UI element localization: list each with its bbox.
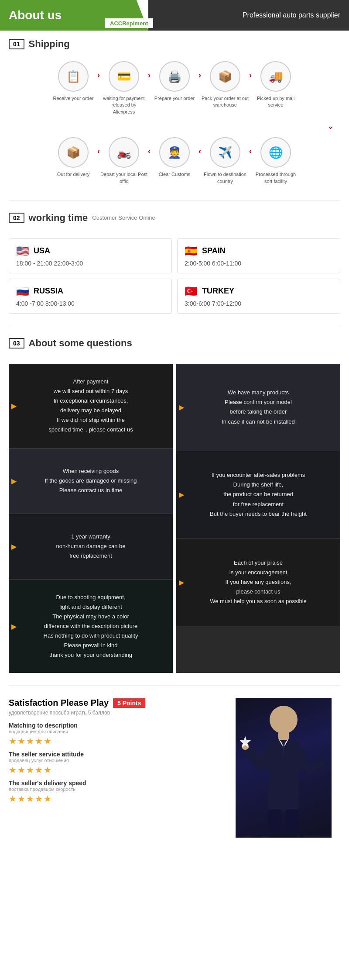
shipping-row-2: 📦 Out for delivery ‹ 🏍️ Depart your loca…	[9, 133, 340, 189]
shipping-num: 01	[9, 39, 24, 49]
step-8-label: Clear Customs	[159, 171, 191, 178]
sat-item-2-sub: продавец услуг отношения	[9, 758, 218, 763]
svg-rect-6	[286, 809, 299, 831]
step-2-icon: 💳	[109, 61, 139, 92]
step-1-icon: 📋	[58, 61, 89, 92]
points-badge: 5 Points	[113, 698, 145, 708]
step-2: 💳 waiting for payment released by Aliexp…	[100, 61, 148, 115]
working-sub: Customer Service Online	[92, 214, 155, 221]
shipping-title-row: 01 Shipping	[9, 38, 340, 50]
turkey-times: 3:00-6:00 7:00-12:00	[185, 300, 333, 307]
step-9-label: Flown to destination country	[201, 171, 249, 185]
working-title: working time	[29, 212, 88, 224]
step-1-label: Receive your order	[53, 95, 94, 102]
q-right-1: ▶ We have many productsPlease confirm yo…	[176, 364, 340, 451]
q-right-1-text: We have many productsPlease confirm your…	[222, 388, 295, 426]
step-4: 📦 Pack your order at out warehouse	[201, 61, 249, 109]
spain-flag: 🇪🇸	[185, 245, 198, 257]
arrow-down: ⌄	[9, 121, 340, 131]
working-num: 02	[9, 213, 24, 223]
sat-item-3: The seller's delivery speed поставка про…	[9, 780, 218, 804]
sat-item-1-title: Matching to description	[9, 722, 218, 729]
country-spain: 🇪🇸 SPAIN 2:00-5:00 6:00-11:00	[177, 238, 340, 273]
usa-name: USA	[34, 246, 50, 255]
svg-rect-4	[268, 768, 299, 811]
turkey-name: TURKEY	[202, 286, 234, 296]
q-left-4-text: Due to shooting equipment,light and disp…	[44, 593, 138, 660]
q-arrow-4: ▶	[11, 622, 17, 630]
satisfaction-left: Satisfaction Please Play 5 Points удовле…	[9, 698, 218, 838]
usa-name-row: 🇺🇸 USA	[16, 245, 164, 257]
satisfaction-title-row: Satisfaction Please Play 5 Points	[9, 698, 218, 708]
step-2-label: waiting for payment released by Aliexpre…	[100, 95, 148, 115]
q-right-3-text: Each of your praiseIs your encouragement…	[210, 558, 307, 606]
satisfaction-title: Satisfaction Please Play	[9, 698, 109, 708]
step-3: 🖨️ Prepare your order	[151, 61, 198, 102]
country-russia: 🇷🇺 RUSSIA 4:00 -7:00 8:00-13:00	[9, 279, 172, 314]
q-arrow-3: ▶	[11, 542, 17, 551]
russia-name-row: 🇷🇺 RUSSIA	[16, 285, 164, 297]
shipping-row-1: 📋 Receive your order › 💳 waiting for pay…	[9, 57, 340, 120]
country-turkey: 🇹🇷 TURKEY 3:00-6:00 7:00-12:00	[177, 279, 340, 314]
questions-grid: ▶ After paymentwe will send out within 7…	[0, 364, 349, 682]
satisfaction-sub: удовлетворение просьба играть 5 баллов	[9, 710, 218, 716]
working-section: 02 working time Customer Service Online	[0, 204, 349, 238]
shipping-title: Shipping	[29, 38, 70, 50]
sat-item-1-stars: ★★★★★	[9, 736, 218, 746]
usa-flag: 🇺🇸	[16, 245, 29, 257]
q-right-3: ▶ Each of your praiseIs your encourageme…	[176, 538, 340, 626]
turkey-name-row: 🇹🇷 TURKEY	[185, 285, 333, 297]
satisfaction-section: Satisfaction Please Play 5 Points удовле…	[0, 689, 349, 838]
q-left-3-text: 1 year warrantynon-human damage can befr…	[56, 532, 125, 561]
step-7-label: Depart your local Post offic	[100, 171, 148, 185]
q-arrow-5: ▶	[179, 403, 184, 411]
q-left-2-text: When receiving goodsIf the goods are dam…	[44, 466, 137, 495]
header: About us ACCReplment Professional auto p…	[0, 0, 349, 31]
step-6: 📦 Out for delivery	[49, 137, 97, 178]
working-title-row: 02 working time Customer Service Online	[9, 212, 340, 224]
q-right-2-text: If you encounter after-sales problemsDur…	[210, 470, 307, 518]
spain-name: SPAIN	[202, 246, 226, 255]
step-10: 🌐 Processed through sort facility	[252, 137, 300, 185]
questions-title: About some questions	[29, 338, 132, 349]
step-3-label: Prepare your order	[154, 95, 195, 102]
q-right-2: ▶ If you encounter after-sales problemsD…	[176, 451, 340, 538]
person-image	[236, 698, 332, 838]
usa-times: 18:00 - 21:00 22:00-3:00	[16, 260, 164, 267]
q-left-1-text: After paymentwe will send out within 7 d…	[48, 377, 133, 435]
russia-name: RUSSIA	[34, 286, 63, 296]
step-6-label: Out for delivery	[57, 171, 90, 178]
q-arrow-6: ▶	[179, 490, 184, 499]
divider-2	[9, 326, 340, 326]
person-svg	[240, 700, 327, 835]
q-left-4: ▶ Due to shooting equipment,light and di…	[9, 580, 173, 673]
sat-item-2-stars: ★★★★★	[9, 765, 218, 775]
questions-left: ▶ After paymentwe will send out within 7…	[9, 364, 173, 673]
step-6-icon: 📦	[58, 137, 89, 168]
step-7-icon: 🏍️	[109, 137, 139, 168]
q-left-2: ▶ When receiving goodsIf the goods are d…	[9, 449, 173, 514]
q-arrow-1: ▶	[11, 402, 17, 410]
svg-rect-5	[268, 809, 281, 831]
q-arrow-7: ▶	[179, 578, 184, 586]
step-4-label: Pack your order at out warehouse	[201, 95, 249, 109]
sat-item-2: The seller service attitude продавец усл…	[9, 751, 218, 775]
step-3-icon: 🖨️	[159, 61, 190, 92]
brand-label: ACCReplment	[110, 20, 148, 27]
about-us-title: About us	[9, 8, 62, 22]
step-5-icon: 🚚	[260, 61, 291, 92]
shipping-section: 01 Shipping 📋 Receive your order › 💳 wai…	[0, 31, 349, 197]
sat-item-2-title: The seller service attitude	[9, 751, 218, 758]
q-left-1: ▶ After paymentwe will send out within 7…	[9, 364, 173, 449]
step-1: 📋 Receive your order	[49, 61, 97, 102]
svg-point-0	[270, 706, 298, 734]
q-left-3: ▶ 1 year warrantynon-human damage can be…	[9, 514, 173, 580]
step-8-icon: 👮	[159, 137, 190, 168]
questions-right: ▶ We have many productsPlease confirm yo…	[176, 364, 340, 673]
spain-times: 2:00-5:00 6:00-11:00	[185, 260, 333, 267]
turkey-flag: 🇹🇷	[185, 285, 198, 297]
step-5-label: Picked up by mail service	[252, 95, 300, 109]
step-9: ✈️ Flown to destination country	[201, 137, 249, 185]
sat-item-3-stars: ★★★★★	[9, 794, 218, 804]
step-7: 🏍️ Depart your local Post offic	[100, 137, 148, 185]
